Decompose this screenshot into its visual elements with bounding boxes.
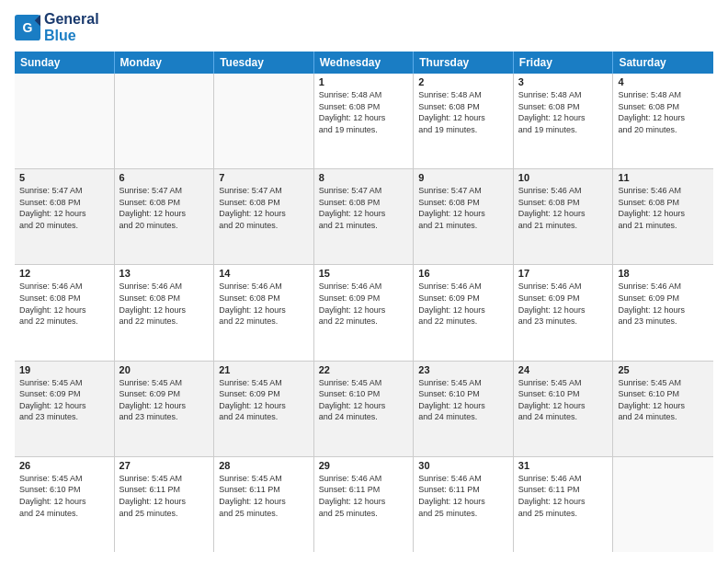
day-number: 14 — [219, 268, 309, 279]
calendar-week: 19Sunrise: 5:45 AM Sunset: 6:09 PM Dayli… — [15, 362, 713, 457]
calendar-cell — [214, 74, 314, 168]
day-info: Sunrise: 5:46 AM Sunset: 6:08 PM Dayligh… — [518, 185, 609, 231]
day-info: Sunrise: 5:45 AM Sunset: 6:09 PM Dayligh… — [19, 377, 109, 423]
day-number: 12 — [19, 268, 109, 279]
calendar-cell: 20Sunrise: 5:45 AM Sunset: 6:09 PM Dayli… — [115, 362, 215, 456]
calendar-cell: 17Sunrise: 5:46 AM Sunset: 6:09 PM Dayli… — [514, 265, 614, 360]
calendar-cell: 28Sunrise: 5:45 AM Sunset: 6:11 PM Dayli… — [214, 457, 314, 552]
calendar-cell: 16Sunrise: 5:46 AM Sunset: 6:09 PM Dayli… — [414, 265, 514, 360]
calendar-cell: 18Sunrise: 5:46 AM Sunset: 6:09 PM Dayli… — [613, 265, 713, 360]
calendar-cell: 4Sunrise: 5:48 AM Sunset: 6:08 PM Daylig… — [613, 74, 713, 168]
weekday-header: Thursday — [414, 52, 514, 74]
day-info: Sunrise: 5:48 AM Sunset: 6:08 PM Dayligh… — [319, 89, 409, 135]
day-number: 26 — [19, 460, 109, 471]
weekday-header: Tuesday — [214, 52, 314, 74]
calendar-cell: 12Sunrise: 5:46 AM Sunset: 6:08 PM Dayli… — [15, 265, 115, 360]
day-number: 28 — [219, 460, 309, 471]
calendar-cell — [115, 74, 215, 168]
weekday-header: Saturday — [613, 52, 713, 74]
calendar-cell: 6Sunrise: 5:47 AM Sunset: 6:08 PM Daylig… — [115, 169, 215, 264]
day-number: 30 — [418, 460, 508, 471]
day-number: 18 — [618, 268, 709, 279]
day-number: 5 — [19, 172, 109, 183]
day-number: 2 — [418, 76, 508, 87]
day-number: 27 — [119, 460, 210, 471]
calendar-cell: 7Sunrise: 5:47 AM Sunset: 6:08 PM Daylig… — [214, 169, 314, 264]
day-number: 15 — [319, 268, 409, 279]
weekday-header: Monday — [115, 52, 215, 74]
day-number: 9 — [418, 172, 508, 183]
calendar-week: 1Sunrise: 5:48 AM Sunset: 6:08 PM Daylig… — [15, 74, 713, 169]
day-info: Sunrise: 5:46 AM Sunset: 6:08 PM Dayligh… — [219, 281, 309, 327]
day-number: 16 — [418, 268, 508, 279]
day-info: Sunrise: 5:45 AM Sunset: 6:10 PM Dayligh… — [19, 473, 109, 519]
calendar: SundayMondayTuesdayWednesdayThursdayFrid… — [15, 52, 713, 552]
day-number: 11 — [618, 172, 709, 183]
day-number: 3 — [518, 76, 609, 87]
calendar-cell: 19Sunrise: 5:45 AM Sunset: 6:09 PM Dayli… — [15, 362, 115, 456]
day-info: Sunrise: 5:45 AM Sunset: 6:10 PM Dayligh… — [418, 377, 508, 423]
day-info: Sunrise: 5:46 AM Sunset: 6:11 PM Dayligh… — [418, 473, 508, 519]
day-number: 6 — [119, 172, 210, 183]
day-info: Sunrise: 5:46 AM Sunset: 6:09 PM Dayligh… — [618, 281, 709, 327]
calendar-cell: 15Sunrise: 5:46 AM Sunset: 6:09 PM Dayli… — [314, 265, 415, 360]
calendar-cell: 21Sunrise: 5:45 AM Sunset: 6:09 PM Dayli… — [214, 362, 314, 456]
day-info: Sunrise: 5:45 AM Sunset: 6:11 PM Dayligh… — [219, 473, 309, 519]
day-info: Sunrise: 5:46 AM Sunset: 6:08 PM Dayligh… — [618, 185, 709, 231]
day-info: Sunrise: 5:47 AM Sunset: 6:08 PM Dayligh… — [418, 185, 508, 231]
calendar-cell: 9Sunrise: 5:47 AM Sunset: 6:08 PM Daylig… — [414, 169, 514, 264]
calendar-cell: 13Sunrise: 5:46 AM Sunset: 6:08 PM Dayli… — [115, 265, 215, 360]
weekday-header: Sunday — [15, 52, 115, 74]
day-info: Sunrise: 5:47 AM Sunset: 6:08 PM Dayligh… — [319, 185, 409, 231]
day-info: Sunrise: 5:47 AM Sunset: 6:08 PM Dayligh… — [19, 185, 109, 231]
calendar-week: 26Sunrise: 5:45 AM Sunset: 6:10 PM Dayli… — [15, 457, 713, 552]
day-number: 25 — [618, 364, 709, 375]
calendar-cell: 2Sunrise: 5:48 AM Sunset: 6:08 PM Daylig… — [414, 74, 514, 168]
calendar-cell: 29Sunrise: 5:46 AM Sunset: 6:11 PM Dayli… — [314, 457, 415, 552]
day-number: 31 — [518, 460, 609, 471]
day-number: 21 — [219, 364, 309, 375]
day-info: Sunrise: 5:46 AM Sunset: 6:11 PM Dayligh… — [518, 473, 609, 519]
day-info: Sunrise: 5:45 AM Sunset: 6:09 PM Dayligh… — [219, 377, 309, 423]
day-number: 8 — [319, 172, 409, 183]
day-info: Sunrise: 5:46 AM Sunset: 6:08 PM Dayligh… — [119, 281, 210, 327]
day-number: 24 — [518, 364, 609, 375]
calendar-cell: 14Sunrise: 5:46 AM Sunset: 6:08 PM Dayli… — [214, 265, 314, 360]
calendar-week: 12Sunrise: 5:46 AM Sunset: 6:08 PM Dayli… — [15, 265, 713, 361]
day-info: Sunrise: 5:46 AM Sunset: 6:09 PM Dayligh… — [418, 281, 508, 327]
page: G General Blue SundayMondayTuesdayWednes… — [0, 0, 728, 563]
calendar-cell: 26Sunrise: 5:45 AM Sunset: 6:10 PM Dayli… — [15, 457, 115, 552]
calendar-cell: 5Sunrise: 5:47 AM Sunset: 6:08 PM Daylig… — [15, 169, 115, 264]
day-number: 19 — [19, 364, 109, 375]
day-number: 10 — [518, 172, 609, 183]
day-info: Sunrise: 5:46 AM Sunset: 6:08 PM Dayligh… — [19, 281, 109, 327]
calendar-body: 1Sunrise: 5:48 AM Sunset: 6:08 PM Daylig… — [15, 74, 713, 552]
day-info: Sunrise: 5:48 AM Sunset: 6:08 PM Dayligh… — [518, 89, 609, 135]
day-info: Sunrise: 5:45 AM Sunset: 6:11 PM Dayligh… — [119, 473, 210, 519]
day-info: Sunrise: 5:48 AM Sunset: 6:08 PM Dayligh… — [618, 89, 709, 135]
calendar-cell: 25Sunrise: 5:45 AM Sunset: 6:10 PM Dayli… — [613, 362, 713, 456]
logo-text: General Blue — [44, 11, 99, 44]
day-info: Sunrise: 5:45 AM Sunset: 6:09 PM Dayligh… — [119, 377, 210, 423]
svg-text:G: G — [23, 20, 33, 35]
day-info: Sunrise: 5:47 AM Sunset: 6:08 PM Dayligh… — [219, 185, 309, 231]
logo-icon: G — [15, 15, 40, 40]
logo: G General Blue — [15, 11, 99, 44]
day-info: Sunrise: 5:46 AM Sunset: 6:09 PM Dayligh… — [518, 281, 609, 327]
day-number: 1 — [319, 76, 409, 87]
calendar-cell: 11Sunrise: 5:46 AM Sunset: 6:08 PM Dayli… — [613, 169, 713, 264]
day-info: Sunrise: 5:48 AM Sunset: 6:08 PM Dayligh… — [418, 89, 508, 135]
calendar-week: 5Sunrise: 5:47 AM Sunset: 6:08 PM Daylig… — [15, 169, 713, 265]
day-info: Sunrise: 5:46 AM Sunset: 6:11 PM Dayligh… — [319, 473, 409, 519]
calendar-cell — [15, 74, 115, 168]
day-info: Sunrise: 5:45 AM Sunset: 6:10 PM Dayligh… — [518, 377, 609, 423]
day-info: Sunrise: 5:46 AM Sunset: 6:09 PM Dayligh… — [319, 281, 409, 327]
calendar-cell: 1Sunrise: 5:48 AM Sunset: 6:08 PM Daylig… — [314, 74, 415, 168]
day-number: 4 — [618, 76, 709, 87]
calendar-cell: 31Sunrise: 5:46 AM Sunset: 6:11 PM Dayli… — [514, 457, 614, 552]
day-number: 29 — [319, 460, 409, 471]
calendar-header: SundayMondayTuesdayWednesdayThursdayFrid… — [15, 52, 713, 74]
calendar-cell — [613, 457, 713, 552]
calendar-cell: 27Sunrise: 5:45 AM Sunset: 6:11 PM Dayli… — [115, 457, 215, 552]
calendar-cell: 24Sunrise: 5:45 AM Sunset: 6:10 PM Dayli… — [514, 362, 614, 456]
